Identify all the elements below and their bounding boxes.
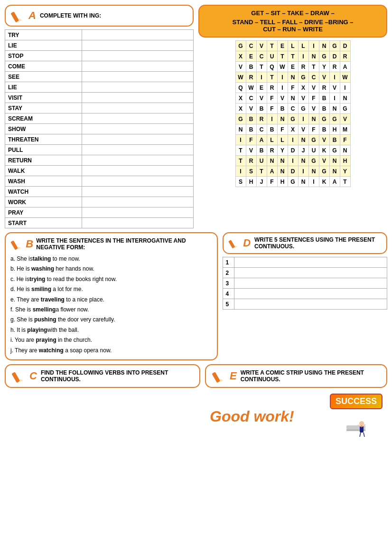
section-d-title: WRITE 5 SENTENCES USING THE PRESENT CONT… <box>254 236 382 250</box>
verb-word: SEE <box>5 72 82 82</box>
verb-answer[interactable] <box>82 72 194 82</box>
verb-answer[interactable] <box>82 218 194 228</box>
grid-cell: S <box>246 166 256 177</box>
grid-cell: Q <box>235 83 246 93</box>
grid-cell: N <box>277 114 288 124</box>
grid-cell: T <box>340 177 350 187</box>
grid-row: TRUNNINGVNH <box>235 156 350 166</box>
grid-cell: N <box>298 135 308 145</box>
verb-answer[interactable] <box>82 82 194 93</box>
verb-word: LIE <box>5 82 82 93</box>
grid-cell: G <box>319 114 329 124</box>
row-answer[interactable] <box>234 278 387 289</box>
grid-cell: G <box>319 51 329 62</box>
grid-cell: R <box>267 83 277 93</box>
grid-cell: I <box>340 83 350 93</box>
grid-cell: W <box>246 83 256 93</box>
grid-cell: T <box>288 51 298 62</box>
grid-cell: B <box>319 124 329 135</box>
section-d-header: D WRITE 5 SENTENCES USING THE PRESENT CO… <box>223 232 387 254</box>
grid-cell: C <box>288 103 298 114</box>
grid-cell: S <box>235 177 246 187</box>
grid-row: VBTQWERTYRA <box>235 62 350 72</box>
verb-row: WASH <box>5 176 194 187</box>
pencil-icon-a <box>10 9 25 23</box>
grid-cell: V <box>329 83 340 93</box>
grid-cell: I <box>288 156 298 166</box>
verb-row: SCREAM <box>5 113 194 124</box>
verb-word: COME <box>5 61 82 72</box>
row-answer[interactable] <box>234 299 387 310</box>
grid-cell: M <box>340 124 350 135</box>
row-answer[interactable] <box>234 289 387 299</box>
verb-answer[interactable] <box>82 93 194 103</box>
verb-row: TRY <box>5 30 194 40</box>
pencil-icon-b <box>10 237 23 251</box>
verb-answer[interactable] <box>82 197 194 207</box>
grid-cell: D <box>288 145 298 156</box>
numbered-row: 4 <box>223 289 387 299</box>
sentence-item: a. She istalking to me now. <box>10 254 212 263</box>
grid-row: XCVFVNVFBIN <box>235 93 350 103</box>
grid-cell: R <box>340 51 350 62</box>
grid-cell: L <box>267 135 277 145</box>
grid-cell: N <box>267 156 277 166</box>
verb-word: START <box>5 218 82 228</box>
verb-row: COME <box>5 61 194 72</box>
row-answer[interactable] <box>234 257 387 268</box>
ws-line1: GET – SIT – TAKE – DRAW – <box>206 9 380 17</box>
grid-cell: H <box>277 177 288 187</box>
verb-answer[interactable] <box>82 166 194 176</box>
verb-answer[interactable] <box>82 124 194 134</box>
sentence-item: g. She is pushing the door very carefull… <box>10 315 212 324</box>
grid-row: XVBFBCGVBNG <box>235 103 350 114</box>
grid-cell: Q <box>267 62 277 72</box>
grid-cell: N <box>298 177 308 187</box>
verb-answer[interactable] <box>82 61 194 72</box>
grid-cell: A <box>267 166 277 177</box>
grid-cell: R <box>246 156 256 166</box>
svg-rect-13 <box>360 426 364 433</box>
verb-answer[interactable] <box>82 113 194 124</box>
grid-cell: V <box>319 156 329 166</box>
grid-cell: I <box>298 166 308 177</box>
verb-word: PRAY <box>5 207 82 218</box>
verb-answer[interactable] <box>82 40 194 51</box>
grid-cell: X <box>235 103 246 114</box>
verb-answer[interactable] <box>82 145 194 155</box>
grid-row: ISTANDINGNY <box>235 166 350 177</box>
section-b-title: WRITE THE SENTENCES IN THE INTERROGATIVE… <box>36 237 212 251</box>
row-number: 3 <box>223 278 234 289</box>
grid-cell: B <box>319 103 329 114</box>
grid-cell: N <box>308 166 319 177</box>
verb-answer[interactable] <box>82 51 194 61</box>
verb-answer[interactable] <box>82 134 194 145</box>
numbered-row: 3 <box>223 278 387 289</box>
grid-cell: V <box>308 103 319 114</box>
numbered-table: 12345 <box>223 257 387 310</box>
verb-row: STAY <box>5 103 194 113</box>
verb-answer[interactable] <box>82 207 194 218</box>
grid-cell: W <box>277 62 288 72</box>
verb-answer[interactable] <box>82 103 194 113</box>
grid-cell: G <box>340 103 350 114</box>
row-number: 2 <box>223 268 234 278</box>
verb-answer[interactable] <box>82 176 194 187</box>
numbered-row: 5 <box>223 299 387 310</box>
verb-word: SHOW <box>5 124 82 134</box>
section-d-letter: D <box>243 237 251 249</box>
verb-answer[interactable] <box>82 30 194 40</box>
grid-cell: L <box>298 41 308 51</box>
sentences-list: a. She istalking to me now.b. He is wash… <box>10 254 212 355</box>
grid-cell: F <box>267 93 277 103</box>
verb-row: RETURN <box>5 155 194 166</box>
row-answer[interactable] <box>234 268 387 278</box>
grid-cell: R <box>319 83 329 93</box>
verb-answer[interactable] <box>82 187 194 197</box>
grid-cell: T <box>235 145 246 156</box>
section-e-title: WRITE A COMIC STRIP USING THE PRESENT CO… <box>241 369 381 383</box>
grid-cell: G <box>298 103 308 114</box>
grid-cell: C <box>256 124 267 135</box>
verb-answer[interactable] <box>82 155 194 166</box>
row-number: 5 <box>223 299 234 310</box>
